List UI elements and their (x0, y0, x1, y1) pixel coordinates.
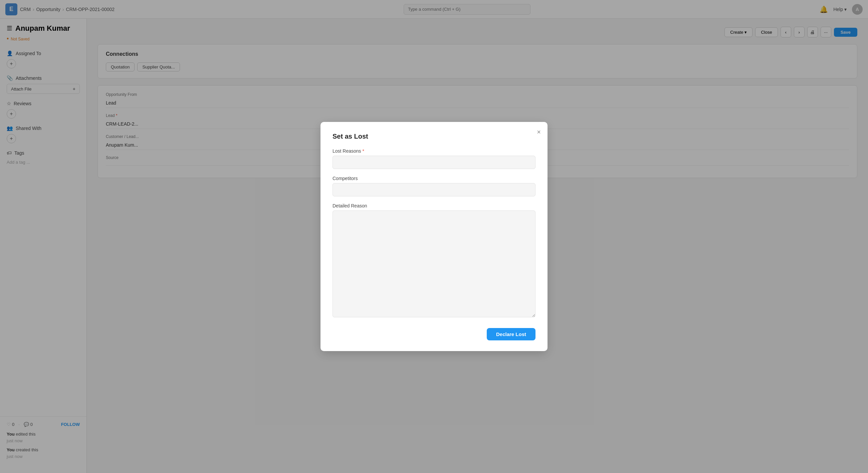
modal-footer: Declare Lost (333, 328, 535, 341)
modal-close-button[interactable]: × (537, 128, 541, 135)
detailed-reason-label: Detailed Reason (333, 203, 535, 208)
lost-reasons-input[interactable] (333, 156, 535, 169)
detailed-reason-field: Detailed Reason (333, 203, 535, 319)
detailed-reason-textarea[interactable] (333, 210, 535, 317)
modal-overlay[interactable]: Set as Lost × Lost Reasons * Competitors… (0, 0, 868, 473)
lost-reasons-required-icon: * (363, 148, 364, 154)
competitors-input[interactable] (333, 183, 535, 197)
competitors-label: Competitors (333, 176, 535, 181)
set-as-lost-modal: Set as Lost × Lost Reasons * Competitors… (320, 122, 548, 351)
modal-title: Set as Lost (333, 132, 535, 140)
competitors-field: Competitors (333, 176, 535, 197)
lost-reasons-label: Lost Reasons * (333, 148, 535, 154)
lost-reasons-field: Lost Reasons * (333, 148, 535, 169)
declare-lost-button[interactable]: Declare Lost (487, 328, 535, 341)
